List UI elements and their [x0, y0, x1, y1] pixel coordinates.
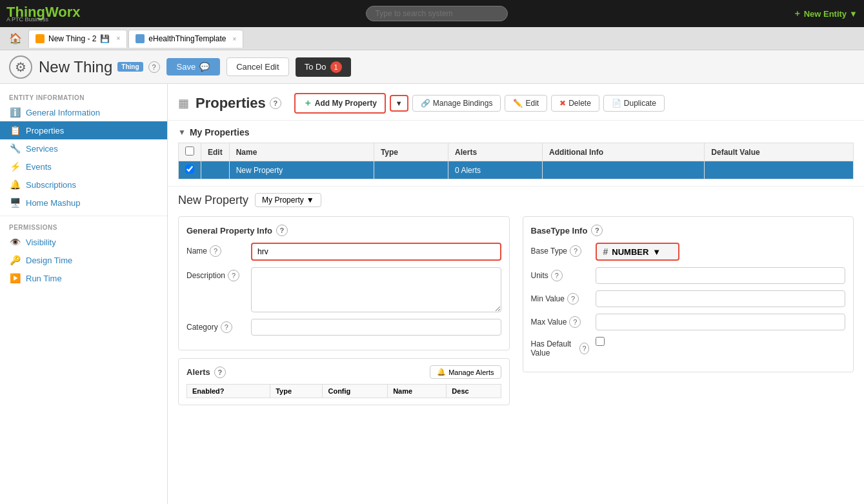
has-default-label: Has Default Value ? — [531, 337, 589, 358]
search-input[interactable] — [366, 6, 508, 21]
sidebar-item-run-time[interactable]: ▶️ Run Time — [0, 269, 167, 287]
sidebar-item-general-information[interactable]: ℹ️ General Information — [0, 103, 167, 121]
tab-close-1[interactable]: × — [116, 35, 120, 42]
has-default-help-button[interactable]: ? — [579, 343, 588, 354]
delete-button[interactable]: ✖ Delete — [551, 95, 599, 112]
sidebar-item-home-mashup[interactable]: 🖥️ Home Mashup — [0, 194, 167, 212]
basetype-info-section: BaseType Info ? Base Type ? # NUMBER — [523, 216, 854, 372]
tab-new-thing[interactable]: New Thing - 2 💾 × — [28, 30, 127, 48]
new-property-form-title: New Property — [178, 194, 248, 207]
has-default-checkbox[interactable] — [596, 337, 605, 346]
col-alerts-header: Alerts — [448, 143, 543, 161]
sidebar-label-services: Services — [26, 144, 58, 154]
max-value-input[interactable] — [596, 314, 846, 330]
category-help-button[interactable]: ? — [221, 321, 232, 333]
cancel-button[interactable]: Cancel Edit — [226, 57, 288, 76]
category-input[interactable] — [251, 319, 501, 336]
sidebar: ENTITY INFORMATION ℹ️ General Informatio… — [0, 84, 168, 504]
add-property-dropdown-button[interactable]: ▼ — [390, 95, 408, 112]
general-info-label: General Property Info — [186, 226, 272, 236]
sidebar-item-properties[interactable]: 📋 Properties — [0, 121, 167, 139]
todo-button[interactable]: To Do 1 — [296, 57, 351, 77]
row-edit-cell — [201, 161, 230, 179]
x-icon: ✖ — [559, 99, 566, 108]
plus-icon: ＋ — [793, 8, 801, 19]
row-checkbox-cell — [179, 161, 201, 179]
alerts-col-config: Config — [323, 385, 388, 398]
sidebar-label-properties: Properties — [26, 126, 64, 136]
permissions-section-title: PERMISSIONS — [0, 220, 167, 233]
description-help-button[interactable]: ? — [228, 270, 239, 281]
sidebar-item-visibility[interactable]: 👁️ Visibility — [0, 233, 167, 251]
new-entity-button[interactable]: ＋ New Entity ▼ — [793, 8, 858, 19]
col-type-header: Type — [374, 143, 448, 161]
home-tab[interactable]: 🏠 — [4, 30, 27, 47]
col-edit-header: Edit — [201, 143, 230, 161]
category-row: Category ? — [186, 319, 501, 336]
general-info-help-button[interactable]: ? — [276, 225, 288, 236]
col-name-header: Name — [229, 143, 374, 161]
basetype-label-text: Base Type — [531, 247, 567, 256]
add-my-property-label: Add My Property — [315, 99, 377, 108]
basetype-help-button[interactable]: ? — [591, 225, 603, 236]
info-icon: ℹ️ — [9, 107, 21, 117]
units-row: Units ? — [531, 267, 846, 284]
tab-close-2[interactable]: × — [232, 35, 236, 43]
save-button[interactable]: Save 💬 — [166, 58, 221, 76]
manage-alerts-button[interactable]: 🔔 Manage Alerts — [430, 365, 501, 379]
name-help-button[interactable]: ? — [210, 245, 221, 257]
name-input[interactable] — [251, 243, 501, 261]
min-value-label: Min Value ? — [531, 290, 589, 305]
tab-new-thing-label: New Thing - 2 — [48, 34, 96, 43]
sidebar-item-services[interactable]: 🔧 Services — [0, 139, 167, 157]
select-all-checkbox[interactable] — [185, 146, 194, 156]
properties-actions: ＋ Add My Property ▼ 🔗 Manage Bindings ✏️… — [294, 93, 665, 114]
min-value-label-text: Min Value — [531, 294, 565, 303]
form-right-column: BaseType Info ? Base Type ? # NUMBER — [523, 216, 854, 405]
bell-icon: 🔔 — [437, 368, 446, 376]
my-property-dropdown[interactable]: My Property ▼ — [255, 193, 321, 207]
units-input[interactable] — [596, 267, 846, 284]
min-value-help-button[interactable]: ? — [567, 293, 579, 305]
description-label-text: Description — [186, 271, 225, 280]
duplicate-button[interactable]: 📄 Duplicate — [603, 95, 665, 112]
max-value-help-button[interactable]: ? — [569, 316, 581, 328]
col-additional-info-header: Additional Info — [543, 143, 705, 161]
sidebar-label-visibility: Visibility — [26, 237, 56, 247]
basetype-field-help-button[interactable]: ? — [570, 245, 581, 257]
properties-help-button[interactable]: ? — [270, 97, 281, 109]
alerts-help-button[interactable]: ? — [214, 367, 226, 378]
manage-alerts-label: Manage Alerts — [448, 368, 494, 376]
units-label: Units ? — [531, 267, 589, 281]
category-label: Category ? — [186, 319, 245, 333]
chain-icon: 🔗 — [421, 99, 430, 108]
manage-bindings-button[interactable]: 🔗 Manage Bindings — [412, 95, 501, 112]
tab-ehealth[interactable]: eHealthThingTemplate × — [128, 30, 243, 48]
sidebar-divider — [0, 216, 167, 216]
content-area: ▦ Properties ? ＋ Add My Property ▼ 🔗 Man… — [168, 84, 864, 504]
list-icon: 📋 — [9, 125, 21, 136]
form-left-column: General Property Info ? Name ? — [178, 216, 510, 405]
base-type-dropdown[interactable]: # NUMBER ▼ — [596, 243, 679, 261]
services-icon: 🔧 — [9, 143, 21, 154]
dropdown-caret-icon: ▼ — [306, 196, 314, 205]
title-help-button[interactable]: ? — [148, 61, 160, 73]
sidebar-item-design-time[interactable]: 🔑 Design Time — [0, 251, 167, 269]
min-value-input[interactable] — [596, 290, 846, 307]
sidebar-item-subscriptions[interactable]: 🔔 Subscriptions — [0, 176, 167, 194]
units-help-button[interactable]: ? — [551, 270, 563, 281]
has-default-row: Has Default Value ? — [531, 337, 846, 358]
main-layout: ENTITY INFORMATION ℹ️ General Informatio… — [0, 84, 864, 504]
design-time-icon: 🔑 — [9, 255, 21, 265]
collapse-arrow-icon[interactable]: ▼ — [178, 128, 186, 137]
add-my-property-button[interactable]: ＋ Add My Property — [294, 93, 386, 114]
edit-button[interactable]: ✏️ Edit — [505, 95, 547, 112]
my-property-dropdown-label: My Property — [262, 196, 304, 205]
row-checkbox[interactable] — [185, 165, 194, 174]
sidebar-item-events[interactable]: ⚡ Events — [0, 157, 167, 176]
basetype-title-text: BaseType Info — [531, 226, 588, 236]
name-label: Name ? — [186, 243, 245, 257]
dropdown-arrow-icon: ▼ — [849, 9, 858, 19]
description-textarea[interactable] — [251, 267, 501, 312]
table-row[interactable]: New Property 0 Alerts — [179, 161, 854, 179]
